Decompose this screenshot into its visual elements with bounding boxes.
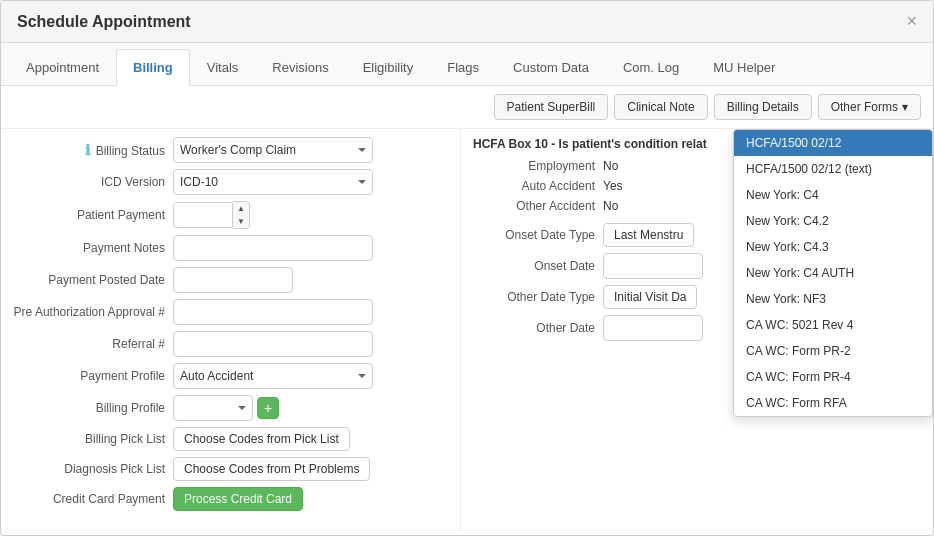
- payment-posted-date-input[interactable]: 12/07/2017: [173, 267, 293, 293]
- tab-flags[interactable]: Flags: [430, 49, 496, 85]
- payment-profile-select[interactable]: Auto Accident: [173, 363, 373, 389]
- referral-label: Referral #: [13, 337, 173, 351]
- billing-pick-list-label: Billing Pick List: [13, 432, 173, 446]
- pre-auth-row: Pre Authorization Approval #: [13, 299, 448, 325]
- dropdown-item-5[interactable]: New York: C4 AUTH: [734, 260, 932, 286]
- other-date-type-label: Other Date Type: [473, 290, 603, 304]
- pre-auth-input[interactable]: [173, 299, 373, 325]
- auto-accident-label: Auto Accident: [473, 179, 603, 193]
- process-credit-card-button[interactable]: Process Credit Card: [173, 487, 303, 511]
- dropdown-item-7[interactable]: CA WC: 5021 Rev 4: [734, 312, 932, 338]
- spinner-down-button[interactable]: ▼: [233, 215, 249, 228]
- billing-pick-list-button[interactable]: Choose Codes from Pick List: [173, 427, 350, 451]
- schedule-appointment-modal: Schedule Appointment × Appointment Billi…: [0, 0, 934, 536]
- content-area: ℹ Billing Status Worker's Comp Claim ICD…: [1, 129, 933, 532]
- icd-version-row: ICD Version ICD-10: [13, 169, 448, 195]
- tab-com-log[interactable]: Com. Log: [606, 49, 696, 85]
- patient-payment-input[interactable]: 0.00: [173, 202, 233, 228]
- billing-status-label: ℹ Billing Status: [13, 142, 173, 158]
- right-panel: HCFA Box 10 - Is patient's condition rel…: [461, 129, 933, 532]
- billing-profile-label: Billing Profile: [13, 401, 173, 415]
- billing-profile-select[interactable]: [173, 395, 253, 421]
- credit-card-label: Credit Card Payment: [13, 492, 173, 506]
- referral-row: Referral #: [13, 331, 448, 357]
- dropdown-item-1[interactable]: HCFA/1500 02/12 (text): [734, 156, 932, 182]
- other-date-type-button[interactable]: Initial Visit Da: [603, 285, 697, 309]
- billing-profile-group: +: [173, 395, 279, 421]
- onset-date-input[interactable]: 12/03/2017: [603, 253, 703, 279]
- other-accident-value: No: [603, 199, 618, 213]
- tab-appointment[interactable]: Appointment: [9, 49, 116, 85]
- tab-revisions[interactable]: Revisions: [255, 49, 345, 85]
- tab-mu-helper[interactable]: MU Helper: [696, 49, 792, 85]
- onset-date-type-button[interactable]: Last Menstru: [603, 223, 694, 247]
- tab-custom-data[interactable]: Custom Data: [496, 49, 606, 85]
- dropdown-item-6[interactable]: New York: NF3: [734, 286, 932, 312]
- billing-status-select[interactable]: Worker's Comp Claim: [173, 137, 373, 163]
- tab-billing[interactable]: Billing: [116, 49, 190, 86]
- billing-profile-row: Billing Profile +: [13, 395, 448, 421]
- icd-version-select[interactable]: ICD-10: [173, 169, 373, 195]
- patient-superbill-button[interactable]: Patient SuperBill: [494, 94, 609, 120]
- info-icon: ℹ: [85, 142, 90, 158]
- other-date-label: Other Date: [473, 321, 603, 335]
- clinical-note-button[interactable]: Clinical Note: [614, 94, 707, 120]
- payment-notes-label: Payment Notes: [13, 241, 173, 255]
- other-date-input[interactable]: 12/04/2017: [603, 315, 703, 341]
- referral-input[interactable]: [173, 331, 373, 357]
- auto-accident-value: Yes: [603, 179, 623, 193]
- employment-value: No: [603, 159, 618, 173]
- payment-notes-input[interactable]: [173, 235, 373, 261]
- billing-status-row: ℹ Billing Status Worker's Comp Claim: [13, 137, 448, 163]
- onset-date-type-label: Onset Date Type: [473, 228, 603, 242]
- modal-title: Schedule Appointment: [17, 13, 191, 31]
- dropdown-item-8[interactable]: CA WC: Form PR-2: [734, 338, 932, 364]
- payment-profile-row: Payment Profile Auto Accident: [13, 363, 448, 389]
- close-button[interactable]: ×: [906, 11, 917, 32]
- dropdown-item-3[interactable]: New York: C4.2: [734, 208, 932, 234]
- patient-payment-row: Patient Payment 0.00 ▲ ▼: [13, 201, 448, 229]
- billing-details-button[interactable]: Billing Details: [714, 94, 812, 120]
- diagnosis-pick-list-button[interactable]: Choose Codes from Pt Problems: [173, 457, 370, 481]
- payment-posted-date-label: Payment Posted Date: [13, 273, 173, 287]
- other-forms-dropdown: HCFA/1500 02/12 HCFA/1500 02/12 (text) N…: [733, 129, 933, 417]
- add-billing-profile-button[interactable]: +: [257, 397, 279, 419]
- tab-eligibility[interactable]: Eligibility: [346, 49, 431, 85]
- dropdown-item-4[interactable]: New York: C4.3: [734, 234, 932, 260]
- other-forms-button[interactable]: Other Forms: [818, 94, 921, 120]
- tabs-row: Appointment Billing Vitals Revisions Eli…: [1, 43, 933, 86]
- dropdown-item-9[interactable]: CA WC: Form PR-4: [734, 364, 932, 390]
- pre-auth-label: Pre Authorization Approval #: [13, 305, 173, 319]
- billing-pick-list-row: Billing Pick List Choose Codes from Pick…: [13, 427, 448, 451]
- payment-profile-label: Payment Profile: [13, 369, 173, 383]
- dropdown-item-2[interactable]: New York: C4: [734, 182, 932, 208]
- modal-header: Schedule Appointment ×: [1, 1, 933, 43]
- tab-vitals[interactable]: Vitals: [190, 49, 256, 85]
- credit-card-row: Credit Card Payment Process Credit Card: [13, 487, 448, 511]
- toolbar-row: Patient SuperBill Clinical Note Billing …: [1, 86, 933, 129]
- employment-label: Employment: [473, 159, 603, 173]
- icd-version-label: ICD Version: [13, 175, 173, 189]
- patient-payment-input-group: 0.00 ▲ ▼: [173, 201, 250, 229]
- other-accident-label: Other Accident: [473, 199, 603, 213]
- diagnosis-pick-list-row: Diagnosis Pick List Choose Codes from Pt…: [13, 457, 448, 481]
- left-panel: ℹ Billing Status Worker's Comp Claim ICD…: [1, 129, 461, 532]
- diagnosis-pick-list-label: Diagnosis Pick List: [13, 462, 173, 476]
- patient-payment-spinner: ▲ ▼: [233, 201, 250, 229]
- dropdown-item-0[interactable]: HCFA/1500 02/12: [734, 130, 932, 156]
- payment-notes-row: Payment Notes: [13, 235, 448, 261]
- dropdown-item-10[interactable]: CA WC: Form RFA: [734, 390, 932, 416]
- payment-posted-date-row: Payment Posted Date 12/07/2017: [13, 267, 448, 293]
- patient-payment-label: Patient Payment: [13, 208, 173, 222]
- onset-date-label: Onset Date: [473, 259, 603, 273]
- spinner-up-button[interactable]: ▲: [233, 202, 249, 215]
